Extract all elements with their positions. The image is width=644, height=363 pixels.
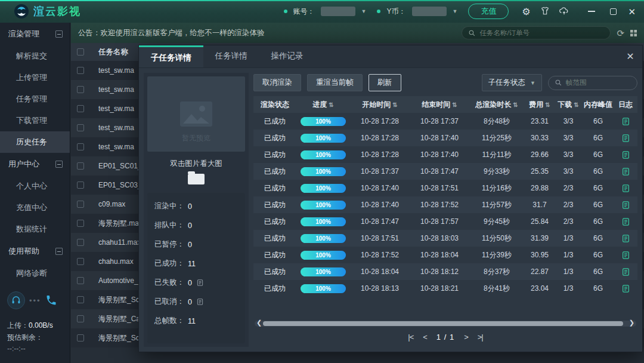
- column-header-下载[interactable]: 下载⇅: [555, 100, 581, 110]
- account-chevron-down-icon[interactable]: ▼: [361, 8, 367, 14]
- row-checkbox[interactable]: [77, 162, 84, 170]
- subtask-row[interactable]: 已成功100%10-28 18:1310-28 18:218分41秒23.041…: [253, 280, 637, 297]
- ycoin-chevron-down-icon[interactable]: ▼: [453, 8, 458, 14]
- log-icon[interactable]: [615, 201, 636, 210]
- subtask-row[interactable]: 已成功100%10-28 17:3710-28 17:479分33秒25.353…: [253, 163, 637, 180]
- collapse-minus-icon[interactable]: [55, 248, 63, 255]
- doc-icon[interactable]: [197, 279, 203, 287]
- sort-arrows-icon[interactable]: ⇅: [329, 101, 333, 108]
- log-icon[interactable]: [615, 184, 636, 193]
- sidebar-item-数据统计[interactable]: 数据统计: [0, 219, 70, 240]
- subtask-row[interactable]: 已成功100%10-28 17:5110-28 18:0311分50秒31.39…: [253, 230, 637, 247]
- log-icon[interactable]: [615, 167, 636, 176]
- subtask-row[interactable]: 已成功100%10-28 17:4710-28 17:579分45秒25.842…: [253, 213, 637, 230]
- log-icon[interactable]: [615, 234, 636, 243]
- tab-子任务详情[interactable]: 子任务详情: [139, 45, 203, 67]
- sort-arrows-icon[interactable]: ⇅: [574, 101, 578, 108]
- sort-arrows-icon[interactable]: ⇅: [513, 101, 518, 108]
- row-checkbox[interactable]: [77, 239, 84, 246]
- log-icon[interactable]: [615, 267, 636, 276]
- row-checkbox[interactable]: [77, 258, 84, 265]
- prev-page-button[interactable]: <: [423, 333, 427, 342]
- preview-image-box[interactable]: 暂无预览: [147, 76, 245, 152]
- subtask-row[interactable]: 已成功100%10-28 17:2810-28 17:4011分11秒29.66…: [253, 146, 637, 163]
- row-checkbox[interactable]: [77, 105, 84, 112]
- collapse-minus-icon[interactable]: [55, 30, 63, 38]
- first-page-button[interactable]: |<: [408, 333, 413, 342]
- log-icon[interactable]: [615, 284, 636, 293]
- sidebar-item-解析提交[interactable]: 解析提交: [0, 45, 70, 67]
- row-checkbox[interactable]: [77, 315, 84, 322]
- modal-close-icon[interactable]: ✕: [618, 45, 642, 67]
- horizontal-scrollbar[interactable]: ❮ ❯: [255, 321, 636, 327]
- recharge-button[interactable]: 充值: [468, 4, 509, 19]
- row-checkbox[interactable]: [77, 124, 84, 131]
- scroll-right-arrow[interactable]: ❯: [629, 319, 634, 327]
- select-all-checkbox[interactable]: [77, 48, 84, 56]
- row-checkbox[interactable]: [77, 67, 84, 74]
- sidebar-group-使用帮助[interactable]: 使用帮助: [0, 240, 70, 263]
- cancel-render-button[interactable]: 取消渲染: [253, 74, 301, 91]
- row-checkbox[interactable]: [77, 296, 84, 303]
- row-checkbox[interactable]: [77, 277, 84, 284]
- next-page-button[interactable]: >: [464, 333, 468, 342]
- column-header-结束时间[interactable]: 结束时间⇅: [410, 100, 469, 110]
- scroll-left-arrow[interactable]: ❮: [256, 319, 262, 327]
- log-icon[interactable]: [615, 134, 636, 143]
- sidebar-item-历史任务[interactable]: 历史任务: [0, 131, 70, 153]
- sort-arrows-icon[interactable]: ⇅: [392, 101, 397, 108]
- row-checkbox[interactable]: [77, 86, 84, 93]
- frame-range-search-input[interactable]: 帧范围: [548, 76, 637, 90]
- sidebar-item-上传管理[interactable]: 上传管理: [0, 67, 70, 88]
- log-icon[interactable]: [615, 150, 636, 159]
- subtask-row[interactable]: 已成功100%10-28 17:5210-28 18:0411分39秒30.95…: [253, 247, 637, 263]
- column-header-费用[interactable]: 费用⇅: [524, 100, 555, 110]
- sidebar-group-渲染管理[interactable]: 渲染管理: [0, 23, 70, 45]
- sidebar-item-下载管理[interactable]: 下载管理: [0, 110, 70, 131]
- tab-任务详情[interactable]: 任务详情: [203, 45, 259, 67]
- sidebar-item-个人中心[interactable]: 个人中心: [0, 176, 70, 197]
- refresh-button[interactable]: 刷新: [369, 74, 401, 91]
- subtask-row[interactable]: 已成功100%10-28 17:4010-28 17:5111分16秒29.88…: [253, 180, 637, 196]
- row-checkbox[interactable]: [77, 220, 84, 227]
- minimize-button[interactable]: [585, 5, 598, 18]
- sidebar-item-充值中心[interactable]: 充值中心: [0, 197, 70, 219]
- column-header-总渲染时长[interactable]: 总渲染时长⇅: [469, 100, 524, 110]
- skin-icon[interactable]: [538, 5, 552, 18]
- sidebar-item-网络诊断[interactable]: 网络诊断: [0, 263, 70, 284]
- refresh-icon[interactable]: ⟳: [617, 29, 624, 38]
- cloud-sync-icon[interactable]: [558, 5, 571, 18]
- subtask-row[interactable]: 已成功100%10-28 17:4010-28 17:5211分57秒31.72…: [253, 196, 637, 213]
- phone-icon[interactable]: [45, 294, 57, 306]
- column-header-进度[interactable]: 进度⇅: [296, 100, 350, 110]
- collapse-minus-icon[interactable]: [55, 161, 63, 168]
- sort-arrows-icon[interactable]: ⇅: [545, 101, 550, 108]
- row-checkbox[interactable]: [77, 182, 84, 189]
- sidebar-item-任务管理[interactable]: 任务管理: [0, 88, 70, 110]
- subtask-row[interactable]: 已成功100%10-28 17:2810-28 17:4011分25秒30.33…: [253, 130, 637, 146]
- sort-arrows-icon[interactable]: ⇅: [452, 101, 457, 108]
- close-button[interactable]: ✕: [628, 7, 636, 16]
- maximize-button[interactable]: [606, 5, 620, 18]
- subtask-row[interactable]: 已成功100%10-28 17:2810-28 17:378分48秒23.313…: [253, 113, 637, 130]
- row-checkbox[interactable]: [77, 143, 84, 150]
- sidebar-group-用户中心[interactable]: 用户中心: [0, 153, 70, 176]
- column-header-开始时间[interactable]: 开始时间⇅: [350, 100, 410, 110]
- log-icon[interactable]: [615, 117, 636, 126]
- subtask-row[interactable]: 已成功100%10-28 18:0410-28 18:128分37秒22.871…: [253, 263, 637, 280]
- settings-gear-icon[interactable]: ⚙: [519, 5, 532, 18]
- last-page-button[interactable]: >|: [478, 333, 483, 342]
- row-checkbox[interactable]: [77, 201, 84, 208]
- doc-icon[interactable]: [197, 298, 203, 306]
- row-checkbox[interactable]: [77, 334, 84, 342]
- open-folder-icon[interactable]: [147, 174, 245, 184]
- headset-icon[interactable]: [7, 291, 25, 309]
- log-icon[interactable]: [615, 251, 636, 260]
- tab-操作记录[interactable]: 操作记录: [259, 45, 315, 67]
- subtask-status-filter[interactable]: 子任务状态 ▼: [482, 74, 542, 91]
- grid-icon[interactable]: [630, 30, 637, 36]
- log-icon[interactable]: [615, 217, 636, 226]
- rerender-current-frame-button[interactable]: 重渲当前帧: [307, 74, 363, 91]
- task-search-input[interactable]: 任务名称/订单号: [462, 26, 611, 39]
- scrollbar-thumb[interactable]: [263, 321, 623, 326]
